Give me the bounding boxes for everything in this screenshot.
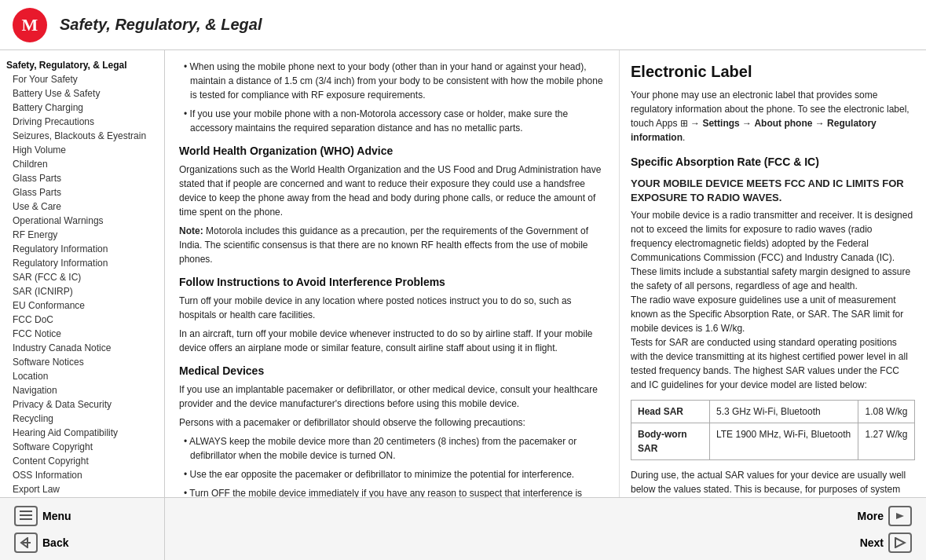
sidebar-item-fcc-doc[interactable]: FCC DoC — [3, 313, 161, 327]
sidebar-item-seizures[interactable]: Seizures, Blackouts & Eyestrain — [3, 129, 161, 143]
menu-label: Menu — [42, 510, 71, 522]
settings-link: Settings — [702, 118, 739, 129]
about-phone-link: About phone — [754, 118, 812, 129]
svg-rect-0 — [20, 511, 32, 512]
who-text: Organizations such as the World Health O… — [179, 163, 605, 219]
sidebar-item-hearing-aid[interactable]: Hearing Aid Compatibility — [3, 426, 161, 440]
sidebar-item-software-notices[interactable]: Software Notices — [3, 355, 161, 369]
sidebar-item-oss-information[interactable]: OSS Information — [3, 468, 161, 482]
medical-bullet2: Use the ear opposite the pacemaker or de… — [179, 467, 605, 481]
svg-marker-6 — [895, 538, 905, 547]
sidebar-item-sar-fcc-ic[interactable]: SAR (FCC & IC) — [3, 270, 161, 284]
sidebar-item-regulatory-information[interactable]: Regulatory Information — [3, 242, 161, 256]
main-layout: Safety, Regulatory, & LegalFor Your Safe… — [0, 50, 926, 497]
svg-marker-5 — [896, 513, 904, 519]
more-label: More — [858, 510, 884, 522]
medical-title: Medical Devices — [179, 363, 605, 379]
bullet-1: When using the mobile phone next to your… — [179, 60, 605, 102]
sidebar-item-regulatory-information-2[interactable]: Regulatory Information — [3, 256, 161, 270]
right-panel: Electronic Label Your phone may use an e… — [620, 50, 926, 497]
sar-value: 1.27 W/kg — [858, 423, 915, 460]
sar-text1: Your mobile device is a radio transmitte… — [631, 208, 915, 293]
medical-text1: If you use an implantable pacemaker or d… — [179, 382, 605, 411]
sidebar-item-glass-parts-2[interactable]: Glass Parts — [3, 185, 161, 199]
bottom-nav-left: Menu Back — [0, 498, 165, 560]
sidebar-item-sar-icnirp[interactable]: SAR (ICNIRP) — [3, 284, 161, 298]
note-label: Note: — [179, 225, 203, 236]
sidebar-item-eu-conformance[interactable]: EU Conformance — [3, 298, 161, 313]
sidebar-item-glass-parts[interactable]: Glass Parts — [3, 171, 161, 185]
follow-text2: In an aircraft, turn off your mobile dev… — [179, 327, 605, 355]
sar-type: Body-worn SAR — [631, 423, 710, 460]
page-header: M Safety, Regulatory, & Legal — [0, 0, 926, 50]
sidebar-item-industry-canada-notice[interactable]: Industry Canada Notice — [3, 341, 161, 355]
sidebar-item-privacy[interactable]: Privacy & Data Security — [3, 397, 161, 412]
medical-text2: Persons with a pacemaker or defibrillato… — [179, 415, 605, 430]
follow-text1: Turn off your mobile device in any locat… — [179, 294, 605, 322]
sidebar-item-children[interactable]: Children — [3, 157, 161, 171]
bottom-nav-right: More Next — [165, 498, 926, 560]
follow-title: Follow Instructions to Avoid Interferenc… — [179, 274, 605, 291]
svg-rect-2 — [20, 518, 32, 520]
more-button[interactable]: More — [851, 503, 918, 529]
next-label: Next — [860, 536, 884, 549]
medical-bullet1: ALWAYS keep the mobile device more than … — [179, 434, 605, 463]
menu-button[interactable]: Menu — [8, 503, 156, 529]
sidebar-item-use-care[interactable]: Use & Care — [3, 199, 161, 214]
next-button[interactable]: Next — [854, 529, 918, 556]
sar-table: Head SAR5.3 GHz Wi-Fi, Bluetooth1.08 W/k… — [631, 400, 915, 460]
medical-bullet3: Turn OFF the mobile device immediately i… — [179, 486, 605, 497]
sar-value: 1.08 W/kg — [858, 401, 915, 423]
sidebar-item-rf-energy[interactable]: RF Energy — [3, 228, 161, 242]
sidebar-item-recycling[interactable]: Recycling — [3, 412, 161, 426]
sar-title: Specific Absorption Rate (FCC & IC) — [631, 154, 915, 170]
sidebar-item-export-law[interactable]: Export Law — [3, 482, 161, 496]
sar-freq: LTE 1900 MHz, Wi-Fi, Bluetooth — [710, 423, 858, 460]
who-title: World Health Organization (WHO) Advice — [179, 143, 605, 159]
note-text: Note: Motorola includes this guidance as… — [179, 224, 605, 266]
sar-freq: 5.3 GHz Wi-Fi, Bluetooth — [710, 401, 858, 423]
sidebar-item-software-copyright[interactable]: Software Copyright — [3, 440, 161, 454]
sidebar-item-battery-use-safety[interactable]: Battery Use & Safety — [3, 86, 161, 101]
electronic-label-text: Your phone may use an electronic label t… — [631, 88, 915, 145]
back-icon — [14, 533, 38, 553]
next-icon — [888, 533, 912, 553]
sar-text2: The radio wave exposure guidelines use a… — [631, 293, 915, 335]
sidebar-item-high-volume[interactable]: High Volume — [3, 143, 161, 157]
sar-type: Head SAR — [631, 401, 710, 423]
sidebar-item-navigation[interactable]: Navigation — [3, 383, 161, 397]
sidebar-item-for-your-safety[interactable]: For Your Safety — [3, 72, 161, 86]
sar-table-row-0: Head SAR5.3 GHz Wi-Fi, Bluetooth1.08 W/k… — [631, 401, 915, 423]
sidebar-item-safety-regulatory-legal[interactable]: Safety, Regulatory, & Legal — [3, 58, 161, 72]
bullet-2: If you use your mobile phone with a non-… — [179, 107, 605, 135]
sar-text3: Tests for SAR are conducted using standa… — [631, 335, 915, 392]
electronic-label-title: Electronic Label — [631, 60, 915, 83]
back-label: Back — [42, 536, 68, 549]
back-button[interactable]: Back — [8, 529, 156, 556]
sidebar-item-fcc-notice[interactable]: FCC Notice — [3, 327, 161, 341]
sidebar-item-operational-warnings[interactable]: Operational Warnings — [3, 214, 161, 228]
sar-table-row-1: Body-worn SARLTE 1900 MHz, Wi-Fi, Blueto… — [631, 423, 915, 460]
sar-heading: YOUR MOBILE DEVICE MEETS FCC AND IC LIMI… — [631, 177, 915, 205]
motorola-logo: M — [13, 8, 47, 42]
sar-text4: During use, the actual SAR values for yo… — [631, 468, 915, 497]
more-icon — [888, 506, 912, 526]
sidebar-item-content-copyright[interactable]: Content Copyright — [3, 454, 161, 468]
sidebar-item-driving-precautions[interactable]: Driving Precautions — [3, 115, 161, 129]
content-area: When using the mobile phone next to your… — [165, 50, 620, 497]
sidebar-item-battery-charging[interactable]: Battery Charging — [3, 101, 161, 115]
logo-letter: M — [22, 15, 38, 35]
page-title: Safety, Regulatory, & Legal — [60, 16, 262, 34]
bottom-nav: Menu Back More Next — [0, 497, 926, 560]
sidebar-item-location[interactable]: Location — [3, 369, 161, 383]
note-body: Motorola includes this guidance as a pre… — [179, 225, 588, 265]
menu-icon — [14, 506, 38, 526]
sidebar: Safety, Regulatory, & LegalFor Your Safe… — [0, 50, 165, 497]
svg-rect-1 — [20, 514, 32, 516]
